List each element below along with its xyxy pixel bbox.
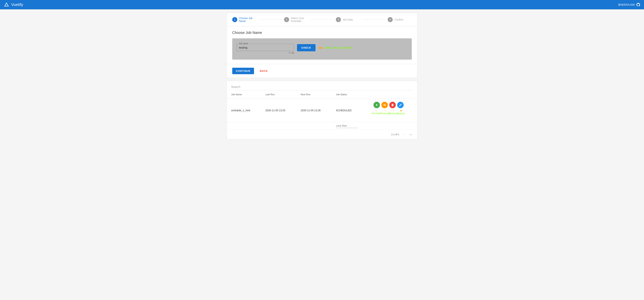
run-now-label: Run Now [372,112,380,115]
filter-input[interactable] [336,124,358,128]
section-title: Choose Job Name [232,31,412,35]
check-arrow-icon: ⬅ [318,45,322,51]
delete-job-annotation: ↑ Delete job [388,109,398,115]
actions-annotation-wrapper: ↑ Run Now ↑ Pause job ↑ [374,102,413,119]
step-divider-1 [258,20,282,20]
pause-job-button[interactable] [381,102,388,108]
col-last-run: Last Run [261,90,296,99]
edit-job-label: Edit job [398,112,405,115]
cell-job-status: SCHEDULED [332,99,369,122]
job-name-input[interactable] [236,44,294,51]
char-count: 7 / 10 [236,52,294,54]
search-input[interactable] [231,84,413,90]
filter-cell-3 [296,122,332,130]
logo-container: Vuetify [4,2,23,8]
delete-job-label: Delete job [388,112,398,115]
search-container [227,81,417,90]
step-4-circle: 4 [388,17,393,22]
vuetify-logo-icon [4,2,9,8]
pagination-info: 1-1 of 1 [391,133,399,136]
github-icon [636,3,640,7]
cell-job-name: schedule_1_mint [227,99,261,122]
run-now-button[interactable] [374,102,380,108]
step-2-circle: 2 [284,17,289,22]
pause-arrow: ↑ [384,109,386,112]
step-2: 2 Select Cron Schedule [284,17,308,23]
pagination-next-button[interactable]: › [409,132,413,137]
step-1-label: Choose Job Name [239,17,256,23]
step-3-circle: 3 [336,17,341,22]
step-4-label: Confirm [394,18,403,21]
status-badge: SCHEDULED [336,109,352,112]
cell-next-run: 2020-11-05 13:26 [296,99,332,122]
check-button[interactable]: CHECK [297,44,316,51]
col-job-name: Job Name [227,90,261,99]
step-2-label: Select Cron Schedule [291,17,308,23]
filter-row [227,122,417,130]
action-buttons-row: CONTINUE BACK [227,64,417,78]
username-label: @NEERAJ338 [618,3,635,6]
edit-job-annotation: ⬅ Edit job [398,109,405,115]
edit-arrow: ⬅ [400,109,402,112]
step-3-label: Job Data [343,18,353,21]
step-3: 3 Job Data [336,17,360,22]
cell-actions: ↑ Run Now ↑ Pause job ↑ [369,99,417,122]
delete-arrow: ↑ [393,109,394,112]
table-row: schedule_1_mint 2020-11-05 13:25 2020-11… [227,99,417,122]
check-annotation-text: Check for job name [324,46,352,50]
run-now-annotation: ↑ Run Now [372,109,380,115]
pagination-prev-button[interactable]: ‹ [402,132,406,137]
col-job-status: Job Status [332,90,369,99]
job-name-label: Job name [238,42,249,45]
stepper-header: 1 Choose Job Name 2 Select Cron Schedule… [227,13,417,26]
job-name-box: Job name 7 / 10 CHECK ⬅ Check for job na… [232,38,412,60]
col-actions [369,90,417,99]
job-name-field-container: Job name 7 / 10 [236,44,294,54]
back-button[interactable]: BACK [257,68,270,74]
filter-cell-4 [332,122,369,130]
edit-job-button[interactable] [397,102,404,108]
check-annotation-wrapper: ⬅ Check for job name [318,45,352,51]
main-container: 1 Choose Job Name 2 Select Cron Schedule… [227,9,417,143]
step-1-circle: 1 [232,17,237,22]
delete-job-button[interactable] [389,102,396,108]
step-1: 1 Choose Job Name [232,17,256,23]
filter-cell-2 [261,122,296,130]
filter-cell-5 [369,122,417,130]
col-next-run: Next Run [296,90,332,99]
user-info: @NEERAJ338 [618,3,640,7]
step-divider-3 [362,20,386,20]
app-title: Vuetify [11,2,23,7]
stepper-content: Choose Job Name Job name 7 / 10 CHECK ⬅ … [227,26,417,64]
continue-button[interactable]: CONTINUE [232,68,254,74]
filter-cell-1 [227,122,261,130]
cell-last-run: 2020-11-05 13:25 [261,99,296,122]
step-divider-2 [310,20,334,20]
actions-cell [374,102,413,108]
table-card: Job Name Last Run Next Run Job Status sc… [227,81,417,139]
jobs-table: Job Name Last Run Next Run Job Status sc… [227,90,417,130]
table-header-row: Job Name Last Run Next Run Job Status [227,90,417,99]
stepper-card: 1 Choose Job Name 2 Select Cron Schedule… [227,13,417,78]
step-4: 4 Confirm [388,17,412,22]
action-annotations: ↑ Run Now ↑ Pause job ↑ [374,109,413,119]
run-now-arrow: ↑ [375,109,377,112]
job-name-field-wrapper: Job name 7 / 10 CHECK ⬅ Check for job na… [236,44,408,54]
app-header: Vuetify @NEERAJ338 [0,0,644,9]
pagination-row: 1-1 of 1 ‹ › [227,130,417,139]
